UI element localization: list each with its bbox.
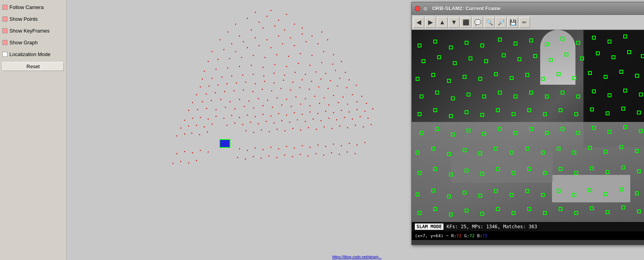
feature-point xyxy=(527,108,531,112)
feature-point xyxy=(480,44,484,47)
orbslam-toolbar: ◀ ▶ ▲ ▼ ⬛ 💬 🔍 🔎 💾 ✏ xyxy=(412,15,644,30)
feature-point xyxy=(510,193,514,197)
main-area: https://blog.csdn.net/qingiy... ORB-SLAM… xyxy=(67,0,644,260)
feature-point xyxy=(514,131,517,135)
feature-point xyxy=(588,71,592,75)
down-button[interactable]: ▼ xyxy=(449,17,459,28)
feature-point xyxy=(606,170,610,174)
feature-point xyxy=(416,193,420,196)
status-text: KFs: 25, MPs: 1346, Matches: 363 xyxy=(447,224,537,229)
feature-point xyxy=(619,70,623,74)
localization-mode-label: Localization Mode xyxy=(9,51,51,57)
feature-point xyxy=(465,209,469,213)
pointcloud-canvas[interactable]: https://blog.csdn.net/qingiy... xyxy=(67,0,384,260)
feature-point xyxy=(590,166,594,170)
feature-point xyxy=(623,89,627,93)
localization-mode-row[interactable]: Localization Mode xyxy=(2,49,64,60)
feature-point xyxy=(559,207,563,211)
feature-point xyxy=(559,167,563,171)
feature-point xyxy=(494,72,498,76)
zoom-out-button[interactable]: 🔎 xyxy=(496,17,507,28)
show-keyframes-row[interactable]: Show KeyFrames xyxy=(2,25,64,36)
feature-point xyxy=(637,111,641,115)
minimize-button[interactable] xyxy=(423,6,428,11)
feature-point xyxy=(592,36,596,40)
feature-point xyxy=(433,40,437,44)
feature-point xyxy=(576,131,580,135)
show-points-checkbox[interactable] xyxy=(2,16,7,22)
show-graph-checkbox[interactable] xyxy=(2,40,7,45)
feature-point xyxy=(496,167,500,171)
feature-point xyxy=(557,189,561,193)
feature-point xyxy=(627,50,631,54)
feature-point xyxy=(514,95,517,98)
feature-point xyxy=(637,169,641,173)
home-button[interactable]: ⬛ xyxy=(460,17,471,28)
feature-point xyxy=(463,191,467,195)
feature-point xyxy=(639,129,643,133)
feature-point xyxy=(517,57,521,61)
feature-point xyxy=(447,195,451,198)
back-button[interactable]: ◀ xyxy=(413,17,424,28)
feature-point xyxy=(619,187,623,191)
feature-point xyxy=(574,211,578,215)
feature-point xyxy=(465,169,469,173)
orbslam-window: ORB-SLAM2: Current Frame ◀ ▶ ▲ ▼ ⬛ 💬 🔍 🔎… xyxy=(411,2,644,245)
up-button[interactable]: ▲ xyxy=(437,17,448,28)
feature-point xyxy=(525,73,529,77)
feature-point xyxy=(480,172,484,176)
feature-point xyxy=(576,95,580,98)
feature-point xyxy=(559,108,563,112)
close-button[interactable] xyxy=(415,6,420,11)
feature-point xyxy=(541,151,545,155)
feature-point xyxy=(416,151,420,155)
show-keyframes-checkbox[interactable] xyxy=(2,28,7,33)
feature-point xyxy=(592,126,596,130)
feature-point xyxy=(635,191,639,195)
sidebar: Follow Camera Show Points Show KeyFrames… xyxy=(0,0,67,260)
show-points-row[interactable]: Show Points xyxy=(2,13,64,24)
save-button[interactable]: 💾 xyxy=(507,17,518,28)
feature-point xyxy=(478,77,482,81)
feature-point xyxy=(437,55,441,59)
feature-point xyxy=(623,35,627,38)
feature-point xyxy=(545,42,549,46)
person-silhouette xyxy=(540,30,575,85)
feature-point xyxy=(463,75,467,79)
feature-point xyxy=(480,113,484,117)
orbslam-titlebar: ORB-SLAM2: Current Frame xyxy=(412,2,644,15)
feature-point xyxy=(525,147,529,151)
feature-point xyxy=(482,132,486,136)
feature-point xyxy=(449,173,453,176)
feature-point xyxy=(529,38,533,42)
feature-point xyxy=(451,96,455,100)
feature-point xyxy=(418,171,421,175)
feature-point xyxy=(564,53,568,56)
feature-point xyxy=(416,77,420,81)
forward-button[interactable]: ▶ xyxy=(425,17,436,28)
feature-point xyxy=(418,44,421,47)
status-bar: SLAM MODE KFs: 25, MPs: 1346, Matches: 3… xyxy=(412,222,644,231)
feature-point xyxy=(606,111,610,115)
feature-point xyxy=(498,127,502,131)
feature-point xyxy=(621,205,625,209)
feature-point xyxy=(541,193,545,197)
feature-point xyxy=(549,58,553,62)
localization-mode-checkbox[interactable] xyxy=(2,52,7,57)
feature-point xyxy=(608,130,611,134)
zoom-in-button[interactable]: 🔍 xyxy=(484,17,495,28)
follow-camera-checkbox[interactable] xyxy=(2,5,7,10)
feature-point xyxy=(574,171,578,175)
follow-camera-row[interactable]: Follow Camera xyxy=(2,2,64,13)
feature-point xyxy=(529,91,533,95)
feature-point xyxy=(498,38,502,42)
reset-button[interactable]: Reset xyxy=(2,62,64,71)
comment-button[interactable]: 💬 xyxy=(472,17,483,28)
coord-b-label: B: xyxy=(477,233,482,238)
feature-point xyxy=(494,189,498,193)
show-graph-row[interactable]: Show Graph xyxy=(2,37,64,48)
desk-items xyxy=(451,151,553,183)
feature-point xyxy=(596,51,600,55)
edit-button[interactable]: ✏ xyxy=(519,17,530,28)
feature-point xyxy=(604,75,608,79)
